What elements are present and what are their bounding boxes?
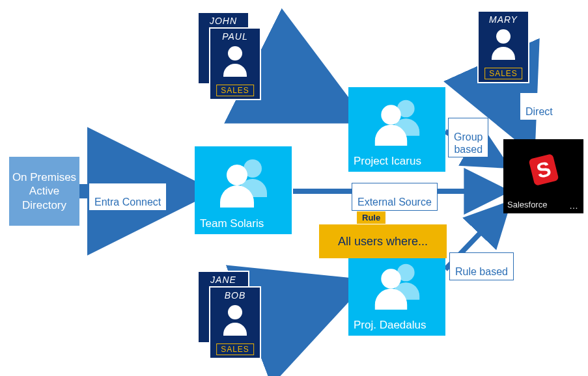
app-tile-salesforce: S Salesforce … <box>503 139 583 213</box>
external-source-label: External Source <box>352 183 438 211</box>
svg-point-17 <box>496 29 511 44</box>
svg-point-12 <box>381 269 400 288</box>
group-icon <box>348 96 445 146</box>
person-icon <box>210 44 260 77</box>
more-icon: … <box>569 200 580 211</box>
user-card-bob: BOB SALES <box>209 286 261 359</box>
user-name: PAUL <box>210 31 260 42</box>
svg-point-16 <box>228 305 242 319</box>
user-name: JANE <box>199 275 248 285</box>
svg-point-8 <box>227 165 247 185</box>
onprem-ad-box: On Premises Active Directory <box>9 157 79 226</box>
project-icarus-tile: Project Icarus <box>348 87 445 172</box>
group-icon <box>348 260 445 310</box>
svg-point-10 <box>381 105 400 124</box>
project-icarus-caption: Project Icarus <box>354 155 421 168</box>
app-caption: Salesforce <box>507 200 547 209</box>
team-solaris-tile: Team Solaris <box>195 146 292 234</box>
rule-text: All users where... <box>338 235 428 248</box>
group-icon <box>195 155 292 208</box>
entra-connect-label: Entra Connect <box>89 183 167 211</box>
person-icon <box>210 303 260 336</box>
rule-box: All users where... <box>319 224 447 258</box>
rule-based-label: Rule based <box>449 252 514 280</box>
person-icon <box>479 27 528 60</box>
user-badge: SALES <box>216 343 254 355</box>
svg-line-2 <box>259 289 345 321</box>
project-daedalus-tile: Proj. Daedalus <box>348 251 445 336</box>
team-solaris-caption: Team Solaris <box>200 217 264 230</box>
onprem-ad-label: On Premises Active Directory <box>9 170 79 212</box>
user-name: BOB <box>210 290 260 301</box>
user-name: MARY <box>479 14 528 25</box>
svg-line-1 <box>259 69 345 112</box>
salesforce-icon: S <box>503 151 583 189</box>
user-card-mary: MARY SALES <box>477 10 529 83</box>
user-badge: SALES <box>484 68 522 79</box>
direct-label: Direct <box>520 93 558 120</box>
user-card-paul: PAUL SALES <box>209 27 261 100</box>
project-daedalus-caption: Proj. Daedalus <box>354 319 427 332</box>
diagram-stage: On Premises Active Directory Entra Conne… <box>0 0 588 376</box>
group-based-label: Group based <box>448 118 488 157</box>
rule-tag: Rule <box>357 211 385 224</box>
svg-point-14 <box>228 46 242 60</box>
user-badge: SALES <box>216 85 254 96</box>
user-name: JOHN <box>199 16 248 26</box>
